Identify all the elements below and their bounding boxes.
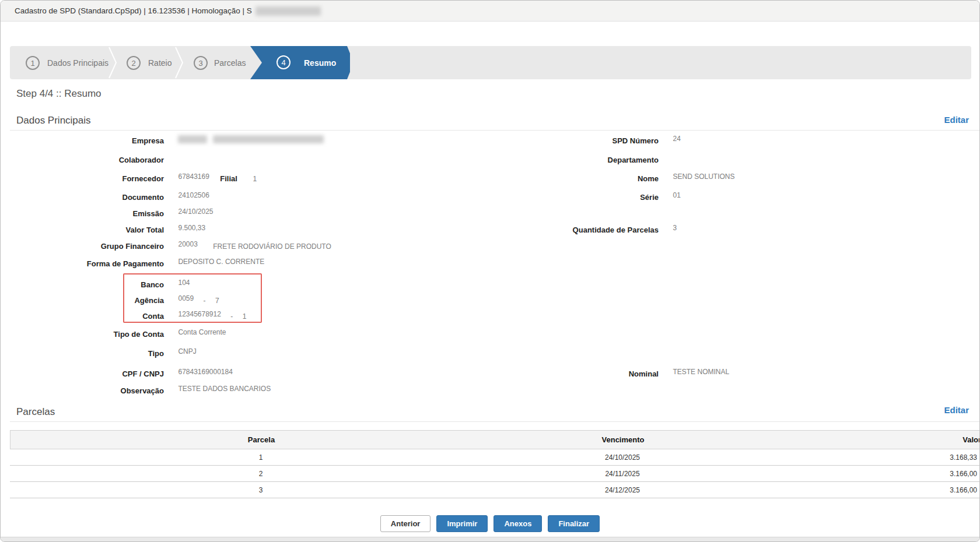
parcelas-table-body: 124/10/20253.168,33224/11/20253.166,0032… — [10, 449, 980, 498]
grupo-financeiro-desc: FRETE RODOVIÁRIO DE PRODUTO — [213, 242, 331, 251]
banco-label: Banco — [12, 280, 164, 289]
col-header-valor: Valor — [734, 431, 980, 449]
field-nominal: Nominal TESTE NOMINAL — [507, 368, 729, 379]
step-1-number: 1 — [26, 56, 40, 70]
grupo-financeiro-label: Grupo Financeiro — [12, 242, 164, 251]
field-fornecedor: Fornecedor 67843169 Filial 1 — [12, 173, 257, 184]
conta-label: Conta — [12, 312, 164, 321]
emissao-label: Emissão — [12, 209, 164, 218]
step-4-number: 4 — [276, 55, 290, 69]
imprimir-button[interactable]: Imprimir — [436, 515, 488, 532]
banco-value: 104 — [178, 279, 190, 287]
field-banco: Banco 104 — [12, 279, 190, 290]
documento-value: 24102506 — [178, 191, 209, 199]
step-4-resumo-active[interactable]: 4 Resumo — [250, 46, 350, 79]
action-button-bar: Anterior Imprimir Anexos Finalizar — [1, 515, 979, 532]
nominal-value: TESTE NOMINAL — [673, 368, 729, 376]
field-emissao: Emissão 24/10/2025 — [12, 208, 214, 219]
window-title: Cadastro de SPD (Standard.CpSpd) | 16.12… — [15, 6, 252, 15]
cpf-cnpj-value: 67843169000184 — [178, 368, 232, 376]
valor-total-label: Valor Total — [12, 226, 164, 234]
nominal-label: Nominal — [507, 369, 659, 378]
conta-value: 12345678912 — [178, 310, 220, 318]
nome-label: Nome — [507, 174, 659, 183]
observacao-value: TESTE DADOS BANCARIOS — [178, 385, 271, 393]
wizard-steps-bar: 1 Dados Principais 2 Rateio 3 Parcelas 4… — [10, 46, 971, 79]
vencimento-cell: 24/12/2025 — [512, 482, 733, 498]
grupo-financeiro-code: 20003 — [178, 240, 197, 248]
field-forma-pagamento: Forma de Pagamento DEPOSITO C. CORRENTE — [12, 258, 264, 269]
parcela-cell: 3 — [10, 482, 512, 498]
redacted-empresa-code — [178, 135, 207, 143]
section-title-dados-principais: Dados Principais — [16, 115, 91, 126]
field-departamento: Departamento — [507, 154, 673, 165]
serie-label: Série — [507, 193, 659, 202]
departamento-label: Departamento — [507, 156, 659, 164]
anterior-button[interactable]: Anterior — [380, 515, 431, 532]
table-row: 224/11/20253.166,00 — [10, 466, 980, 482]
observacao-label: Observação — [12, 386, 164, 395]
filial-label: Filial — [220, 174, 237, 183]
quantidade-parcelas-value: 3 — [673, 224, 677, 232]
quantidade-parcelas-label: Quantidade de Parcelas — [507, 226, 659, 234]
parcela-cell: 1 — [10, 449, 512, 465]
finalizar-button[interactable]: Finalizar — [548, 515, 600, 532]
anexos-button[interactable]: Anexos — [494, 515, 542, 532]
section-divider — [10, 130, 979, 131]
step-separator-icon — [108, 46, 117, 79]
field-empresa: Empresa — [12, 135, 324, 146]
section-title-parcelas: Parcelas — [16, 406, 55, 418]
col-header-parcela: Parcela — [10, 431, 512, 449]
agencia-digit: 7 — [215, 297, 219, 305]
conta-digit: 1 — [243, 312, 247, 321]
filial-value: 1 — [253, 175, 257, 183]
window-title-bar: Cadastro de SPD (Standard.CpSpd) | 16.12… — [1, 1, 979, 22]
spd-numero-value: 24 — [673, 135, 680, 143]
step-2-rateio[interactable]: Rateio — [148, 58, 172, 68]
valor-cell: 3.168,33 — [733, 449, 980, 465]
valor-total-value: 9.500,33 — [178, 224, 205, 232]
field-tipo-conta: Tipo de Conta Conta Corrente — [12, 329, 226, 339]
agencia-value: 0059 — [178, 294, 194, 302]
fornecedor-value: 67843169 — [178, 173, 209, 181]
nome-value: SEND SOLUTIONS — [673, 173, 734, 181]
footer-strip — [1, 537, 979, 541]
editar-parcelas-link[interactable]: Editar — [944, 405, 969, 415]
agencia-separator: - — [204, 297, 206, 305]
forma-pagamento-value: DEPOSITO C. CORRENTE — [178, 258, 264, 266]
field-observacao: Observação TESTE DADOS BANCARIOS — [12, 385, 271, 396]
vencimento-cell: 24/10/2025 — [512, 449, 733, 465]
tipo-label: Tipo — [12, 349, 164, 358]
valor-cell: 3.166,00 — [733, 466, 980, 481]
section-divider — [10, 421, 979, 422]
editar-dados-principais-link[interactable]: Editar — [944, 115, 969, 125]
field-nome: Nome SEND SOLUTIONS — [507, 173, 734, 184]
field-quantidade-parcelas: Quantidade de Parcelas 3 — [507, 224, 677, 235]
field-spd-numero: SPD Número 24 — [507, 135, 681, 146]
step-2-number: 2 — [127, 56, 141, 70]
spd-numero-label: SPD Número — [507, 136, 659, 145]
colaborador-label: Colaborador — [12, 156, 164, 164]
field-agencia: Agência 0059 - 7 — [12, 295, 219, 305]
parcelas-table-header: Parcela Vencimento Valor — [10, 430, 980, 449]
table-row: 324/12/20253.166,00 — [10, 482, 980, 498]
field-conta: Conta 12345678912 - 1 — [12, 311, 246, 321]
tipo-conta-value: Conta Corrente — [178, 328, 226, 336]
agencia-label: Agência — [12, 296, 164, 305]
step-4-label: Resumo — [304, 58, 336, 68]
tipo-conta-label: Tipo de Conta — [12, 330, 164, 339]
step-3-parcelas[interactable]: Parcelas — [214, 58, 246, 68]
parcela-cell: 2 — [10, 466, 512, 481]
emissao-value: 24/10/2025 — [178, 207, 213, 216]
documento-label: Documento — [12, 193, 164, 202]
fornecedor-label: Fornecedor — [12, 174, 164, 183]
step-1-dados-principais[interactable]: Dados Principais — [47, 58, 108, 68]
field-valor-total: Valor Total 9.500,33 — [12, 224, 205, 235]
step-3-number: 3 — [194, 56, 208, 70]
field-colaborador: Colaborador — [12, 154, 178, 165]
col-header-vencimento: Vencimento — [512, 431, 734, 449]
conta-separator: - — [230, 312, 233, 321]
app-window: Cadastro de SPD (Standard.CpSpd) | 16.12… — [0, 0, 980, 542]
vencimento-cell: 24/11/2025 — [512, 466, 733, 481]
valor-cell: 3.166,00 — [733, 482, 980, 498]
